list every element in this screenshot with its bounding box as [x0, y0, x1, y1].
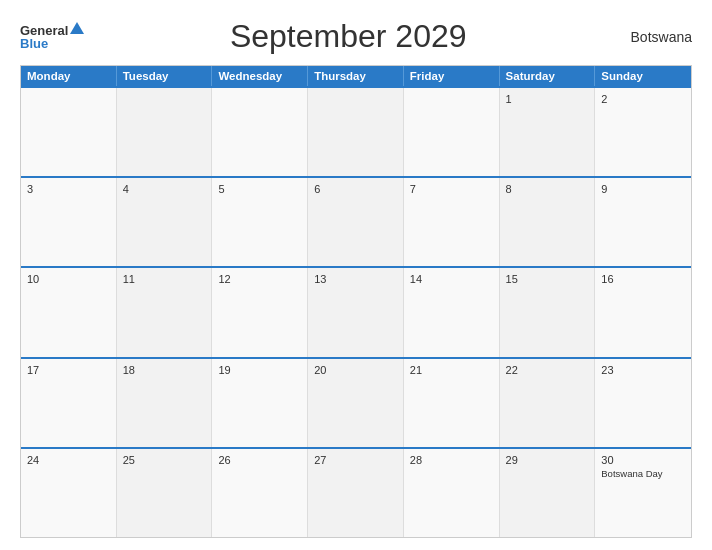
day-number: 15 [506, 273, 589, 285]
day-number: 14 [410, 273, 493, 285]
day-cell-sep-29: 29 [500, 449, 596, 537]
day-cell-sep-14: 14 [404, 268, 500, 356]
day-number: 30 [601, 454, 685, 466]
botswana-day-event: Botswana Day [601, 468, 685, 479]
day-cell-sep-16: 16 [595, 268, 691, 356]
header-friday: Friday [404, 66, 500, 86]
day-cell-sep-6: 6 [308, 178, 404, 266]
day-number: 28 [410, 454, 493, 466]
day-number: 1 [506, 93, 589, 105]
day-cell-empty-4 [308, 88, 404, 176]
day-number: 13 [314, 273, 397, 285]
calendar-page: General Blue September 2029 Botswana Mon… [0, 0, 712, 550]
day-cell-sep-12: 12 [212, 268, 308, 356]
day-cell-sep-30: 30 Botswana Day [595, 449, 691, 537]
header-tuesday: Tuesday [117, 66, 213, 86]
week-row-3: 10 11 12 13 14 15 16 [21, 266, 691, 356]
calendar-grid: Monday Tuesday Wednesday Thursday Friday… [20, 65, 692, 538]
header-thursday: Thursday [308, 66, 404, 86]
day-cell-sep-7: 7 [404, 178, 500, 266]
day-number: 19 [218, 364, 301, 376]
logo-general-text: General [20, 24, 68, 37]
day-cell-sep-23: 23 [595, 359, 691, 447]
day-number: 23 [601, 364, 685, 376]
logo-triangle-icon [70, 22, 84, 34]
day-cell-sep-13: 13 [308, 268, 404, 356]
week-row-1: 1 2 [21, 86, 691, 176]
day-cell-sep-25: 25 [117, 449, 213, 537]
calendar-title: September 2029 [84, 18, 612, 55]
day-number: 27 [314, 454, 397, 466]
week-row-4: 17 18 19 20 21 22 23 [21, 357, 691, 447]
day-cell-sep-24: 24 [21, 449, 117, 537]
day-cell-sep-28: 28 [404, 449, 500, 537]
header-saturday: Saturday [500, 66, 596, 86]
logo: General Blue [20, 24, 84, 50]
day-number: 12 [218, 273, 301, 285]
day-cell-empty-5 [404, 88, 500, 176]
day-cell-sep-21: 21 [404, 359, 500, 447]
day-number: 2 [601, 93, 685, 105]
day-number: 9 [601, 183, 685, 195]
day-cell-sep-22: 22 [500, 359, 596, 447]
weeks-container: 1 2 3 4 5 6 [21, 86, 691, 537]
day-number: 17 [27, 364, 110, 376]
country-label: Botswana [612, 29, 692, 45]
day-cell-sep-11: 11 [117, 268, 213, 356]
header: General Blue September 2029 Botswana [20, 18, 692, 55]
day-cell-sep-27: 27 [308, 449, 404, 537]
day-cell-empty-3 [212, 88, 308, 176]
day-cell-sep-17: 17 [21, 359, 117, 447]
day-number: 25 [123, 454, 206, 466]
day-cell-sep-4: 4 [117, 178, 213, 266]
day-number: 5 [218, 183, 301, 195]
day-cell-sep-15: 15 [500, 268, 596, 356]
day-cell-sep-1: 1 [500, 88, 596, 176]
day-cell-sep-18: 18 [117, 359, 213, 447]
day-cell-sep-5: 5 [212, 178, 308, 266]
day-cell-sep-10: 10 [21, 268, 117, 356]
header-sunday: Sunday [595, 66, 691, 86]
day-number: 3 [27, 183, 110, 195]
day-number: 26 [218, 454, 301, 466]
day-number: 22 [506, 364, 589, 376]
day-number: 18 [123, 364, 206, 376]
day-number: 8 [506, 183, 589, 195]
day-number: 16 [601, 273, 685, 285]
day-cell-empty-1 [21, 88, 117, 176]
day-cell-sep-20: 20 [308, 359, 404, 447]
day-number: 7 [410, 183, 493, 195]
week-row-5: 24 25 26 27 28 29 30 B [21, 447, 691, 537]
day-number: 4 [123, 183, 206, 195]
day-number: 24 [27, 454, 110, 466]
day-number: 29 [506, 454, 589, 466]
header-wednesday: Wednesday [212, 66, 308, 86]
day-number: 20 [314, 364, 397, 376]
day-number: 6 [314, 183, 397, 195]
day-number: 11 [123, 273, 206, 285]
day-cell-empty-2 [117, 88, 213, 176]
week-row-2: 3 4 5 6 7 8 9 [21, 176, 691, 266]
day-cell-sep-9: 9 [595, 178, 691, 266]
day-number: 21 [410, 364, 493, 376]
day-cell-sep-2: 2 [595, 88, 691, 176]
day-cell-sep-19: 19 [212, 359, 308, 447]
day-headers-row: Monday Tuesday Wednesday Thursday Friday… [21, 66, 691, 86]
day-cell-sep-3: 3 [21, 178, 117, 266]
day-cell-sep-26: 26 [212, 449, 308, 537]
logo-blue-text: Blue [20, 37, 48, 50]
day-cell-sep-8: 8 [500, 178, 596, 266]
header-monday: Monday [21, 66, 117, 86]
day-number: 10 [27, 273, 110, 285]
